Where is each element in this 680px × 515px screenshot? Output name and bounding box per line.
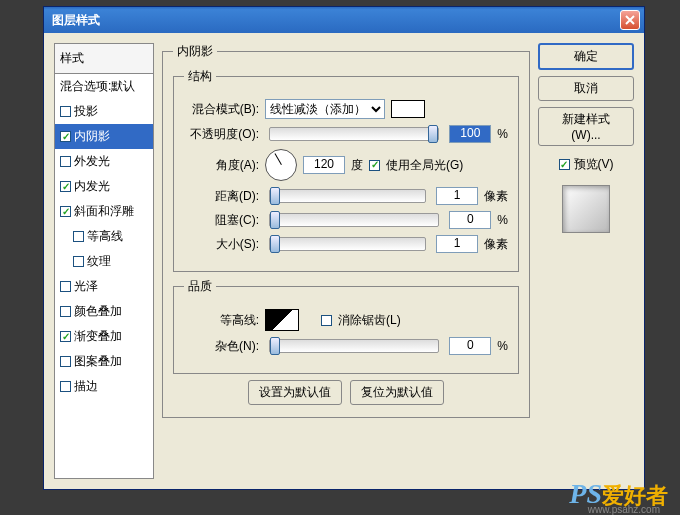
antialias-checkbox[interactable]	[321, 315, 332, 326]
style-item-2[interactable]: 内阴影	[55, 124, 153, 149]
noise-slider[interactable]	[269, 339, 439, 353]
size-unit: 像素	[484, 236, 508, 253]
choke-unit: %	[497, 213, 508, 227]
style-label: 等高线	[87, 228, 123, 245]
style-label: 投影	[74, 103, 98, 120]
contour-picker[interactable]	[265, 309, 299, 331]
style-checkbox[interactable]	[60, 356, 71, 367]
opacity-unit: %	[497, 127, 508, 141]
antialias-label: 消除锯齿(L)	[338, 312, 401, 329]
close-icon	[625, 15, 635, 25]
styles-header: 样式	[55, 44, 153, 74]
new-style-button[interactable]: 新建样式(W)...	[538, 107, 634, 146]
style-item-5[interactable]: 斜面和浮雕	[55, 199, 153, 224]
structure-group: 结构 混合模式(B): 线性减淡（添加） 不透明度(O): 100 % 角度(A…	[173, 68, 519, 272]
style-item-11[interactable]: 图案叠加	[55, 349, 153, 374]
style-item-1[interactable]: 投影	[55, 99, 153, 124]
size-input[interactable]: 1	[436, 235, 478, 253]
structure-legend: 结构	[184, 68, 216, 85]
right-panel: 确定 取消 新建样式(W)... 预览(V)	[538, 43, 634, 479]
close-button[interactable]	[620, 10, 640, 30]
distance-label: 距离(D):	[184, 188, 259, 205]
opacity-input[interactable]: 100	[449, 125, 491, 143]
contour-label: 等高线:	[184, 312, 259, 329]
style-item-10[interactable]: 渐变叠加	[55, 324, 153, 349]
style-label: 颜色叠加	[74, 303, 122, 320]
style-label: 渐变叠加	[74, 328, 122, 345]
quality-legend: 品质	[184, 278, 216, 295]
panel-title: 内阴影	[173, 43, 217, 60]
style-checkbox[interactable]	[60, 281, 71, 292]
angle-label: 角度(A):	[184, 157, 259, 174]
style-item-6[interactable]: 等高线	[55, 224, 153, 249]
set-default-button[interactable]: 设置为默认值	[248, 380, 342, 405]
noise-unit: %	[497, 339, 508, 353]
style-checkbox[interactable]	[73, 256, 84, 267]
style-label: 光泽	[74, 278, 98, 295]
style-label: 内发光	[74, 178, 110, 195]
watermark-url: www.psahz.com	[588, 504, 660, 515]
style-label: 内阴影	[74, 128, 110, 145]
style-item-12[interactable]: 描边	[55, 374, 153, 399]
choke-label: 阻塞(C):	[184, 212, 259, 229]
blendmode-select[interactable]: 线性减淡（添加）	[265, 99, 385, 119]
style-checkbox[interactable]	[60, 206, 71, 217]
distance-input[interactable]: 1	[436, 187, 478, 205]
layer-style-dialog: 图层样式 样式 混合选项:默认投影内阴影外发光内发光斜面和浮雕等高线纹理光泽颜色…	[43, 6, 645, 490]
style-checkbox[interactable]	[60, 156, 71, 167]
style-item-8[interactable]: 光泽	[55, 274, 153, 299]
style-item-7[interactable]: 纹理	[55, 249, 153, 274]
angle-dial[interactable]	[265, 149, 297, 181]
noise-input[interactable]: 0	[449, 337, 491, 355]
style-item-9[interactable]: 颜色叠加	[55, 299, 153, 324]
global-light-checkbox[interactable]	[369, 160, 380, 171]
inner-shadow-group: 内阴影 结构 混合模式(B): 线性减淡（添加） 不透明度(O): 100 %	[162, 43, 530, 418]
distance-slider[interactable]	[269, 189, 426, 203]
style-label: 描边	[74, 378, 98, 395]
cancel-button[interactable]: 取消	[538, 76, 634, 101]
style-label: 纹理	[87, 253, 111, 270]
settings-panel: 内阴影 结构 混合模式(B): 线性减淡（添加） 不透明度(O): 100 %	[162, 43, 530, 479]
size-label: 大小(S):	[184, 236, 259, 253]
style-checkbox[interactable]	[60, 331, 71, 342]
angle-unit: 度	[351, 157, 363, 174]
preview-label: 预览(V)	[574, 156, 614, 173]
style-checkbox[interactable]	[60, 306, 71, 317]
style-checkbox[interactable]	[60, 381, 71, 392]
style-item-4[interactable]: 内发光	[55, 174, 153, 199]
opacity-label: 不透明度(O):	[184, 126, 259, 143]
style-label: 混合选项:默认	[60, 78, 135, 95]
reset-default-button[interactable]: 复位为默认值	[350, 380, 444, 405]
style-checkbox[interactable]	[60, 181, 71, 192]
style-checkbox[interactable]	[60, 131, 71, 142]
titlebar: 图层样式	[44, 7, 644, 33]
noise-label: 杂色(N):	[184, 338, 259, 355]
style-label: 外发光	[74, 153, 110, 170]
size-slider[interactable]	[269, 237, 426, 251]
styles-list: 样式 混合选项:默认投影内阴影外发光内发光斜面和浮雕等高线纹理光泽颜色叠加渐变叠…	[54, 43, 154, 479]
choke-slider[interactable]	[269, 213, 439, 227]
style-item-3[interactable]: 外发光	[55, 149, 153, 174]
distance-unit: 像素	[484, 188, 508, 205]
window-title: 图层样式	[48, 12, 620, 29]
ok-button[interactable]: 确定	[538, 43, 634, 70]
preview-thumbnail	[562, 185, 610, 233]
global-light-label: 使用全局光(G)	[386, 157, 463, 174]
opacity-slider[interactable]	[269, 127, 439, 141]
choke-input[interactable]: 0	[449, 211, 491, 229]
angle-input[interactable]: 120	[303, 156, 345, 174]
style-checkbox[interactable]	[60, 106, 71, 117]
style-item-0[interactable]: 混合选项:默认	[55, 74, 153, 99]
blendmode-label: 混合模式(B):	[184, 101, 259, 118]
preview-checkbox[interactable]	[559, 159, 570, 170]
style-checkbox[interactable]	[73, 231, 84, 242]
style-label: 斜面和浮雕	[74, 203, 134, 220]
color-swatch[interactable]	[391, 100, 425, 118]
quality-group: 品质 等高线: 消除锯齿(L) 杂色(N): 0 %	[173, 278, 519, 374]
style-label: 图案叠加	[74, 353, 122, 370]
